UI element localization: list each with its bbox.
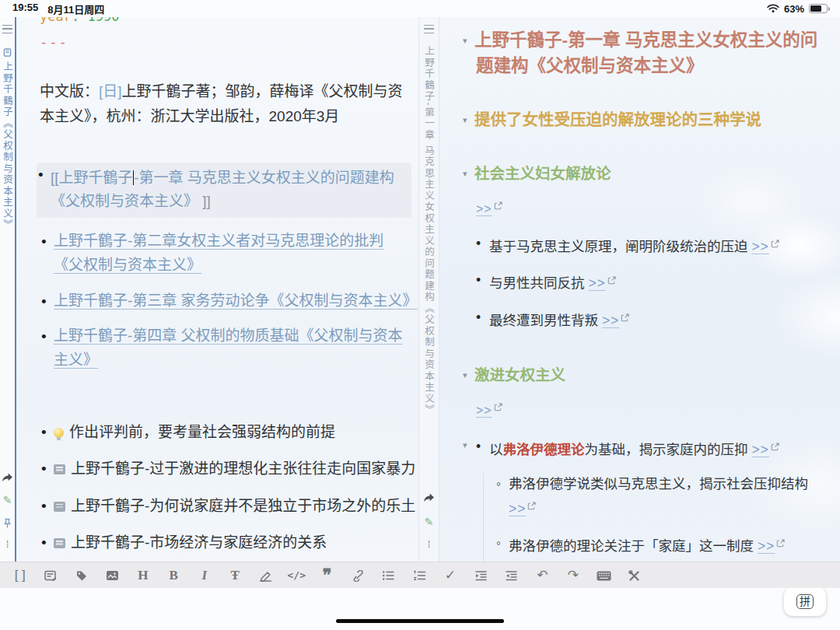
task-check-button[interactable]: ✓ bbox=[435, 562, 466, 589]
image-button[interactable] bbox=[97, 562, 128, 589]
redo-button[interactable]: ↷ bbox=[558, 562, 589, 589]
outline-bullets: 基于马克思主义原理，阐明阶级统治的压迫 >> 与男性共同反抗 >> 最终遭到男性… bbox=[476, 233, 826, 331]
chapter-link[interactable]: 上野千鶴子-第四章 父权制的物质基础《父权制与资本主义》 bbox=[54, 327, 403, 368]
outline-h2: ▾提供了女性受压迫的解放理论的三种学说 bbox=[463, 107, 826, 130]
note-doc-icon bbox=[54, 538, 65, 548]
external-link-icon bbox=[527, 498, 536, 513]
collapse-icon[interactable]: ▾ bbox=[463, 370, 474, 380]
note-doc-icon bbox=[54, 464, 65, 474]
ipad-screen: 19:55 8月11日周四 63% bbox=[0, 0, 840, 630]
undo-button[interactable]: ↶ bbox=[527, 562, 558, 589]
external-link-icon bbox=[776, 535, 785, 551]
share-icon[interactable] bbox=[423, 493, 435, 502]
block-ref-link[interactable]: >> bbox=[476, 404, 492, 417]
external-link-icon bbox=[771, 439, 779, 454]
heading-button[interactable]: H bbox=[128, 562, 159, 589]
block-ref-link[interactable]: >> bbox=[758, 538, 775, 554]
outline-sub-bullets: 弗洛伊德学说类似马克思主义，揭示社会压抑结构 >> 弗洛伊德的理论关注于「家庭」… bbox=[483, 473, 826, 562]
brackets-button[interactable]: [ ] bbox=[5, 562, 36, 589]
code-button[interactable]: </> bbox=[282, 562, 313, 589]
note-item: 上野千鶴子-过于激进的理想化主张往往走向国家暴力 bbox=[40, 457, 418, 481]
external-link-icon bbox=[494, 401, 502, 414]
chapter-link-list: [[上野千鶴子-第一章 马克思主义女权主义的问题建构《父权制与资本主义》 ]] … bbox=[40, 163, 411, 373]
note-link[interactable]: 作出评判前，要考量社会强弱结构的前提 bbox=[69, 424, 335, 440]
outline-bullet: 基于马克思主义原理，阐明阶级统治的压迫 >> bbox=[476, 233, 826, 257]
collapse-icon[interactable]: ▾ bbox=[463, 169, 474, 179]
block-ref-line: >> bbox=[476, 401, 826, 418]
edit-pencil-icon[interactable]: ✎ bbox=[425, 516, 434, 527]
chapter-item: 上野千鶴子-第三章 家务劳动论争《父权制与资本主义》 bbox=[40, 289, 411, 313]
editor-pane[interactable]: year: 1990 --- 中文版：[日]上野千鶴子著；邹韵，薛梅译《父权制与… bbox=[16, 17, 418, 562]
outline-bullet: 与男性共同反抗 >> bbox=[476, 270, 826, 294]
note-item: 上野千鶴子-市场经济与家庭经济的关系 bbox=[40, 531, 418, 555]
block-ref-link[interactable]: >> bbox=[476, 202, 492, 215]
outdent-button[interactable] bbox=[496, 562, 527, 589]
edit-pencil-icon[interactable]: ✎ bbox=[3, 495, 12, 506]
status-bar: 19:55 8月11日周四 63% bbox=[0, 0, 840, 17]
wifi-icon bbox=[767, 4, 779, 13]
more-options-icon[interactable]: ⁞ bbox=[428, 541, 431, 548]
external-link-icon bbox=[607, 272, 616, 288]
related-note-list: 作出评判前，要考量社会强弱结构的前提 上野千鶴子-过于激进的理想化主张往往走向国… bbox=[40, 421, 418, 562]
chapter-link[interactable]: 上野千鶴子-第三章 家务劳动论争《父权制与资本主义》 bbox=[54, 292, 418, 309]
more-options-icon[interactable]: ⁞ bbox=[6, 541, 9, 548]
note-link[interactable]: 上野千鶴子-为何说家庭并不是独立于市场之外的乐土 bbox=[71, 498, 415, 514]
bullet-list-button[interactable] bbox=[373, 562, 404, 589]
menu-icon[interactable] bbox=[424, 25, 434, 33]
tools-button[interactable] bbox=[619, 562, 650, 589]
frontmatter-separator: --- bbox=[40, 34, 401, 50]
pinyin-glyph: 拼 bbox=[796, 594, 814, 609]
outline-h3-radical: ▾激进女权主义 bbox=[463, 362, 826, 385]
note-doc-icon bbox=[54, 502, 65, 512]
chapter-item-selected[interactable]: [[上野千鶴子-第一章 马克思主义女权主义的问题建构《父权制与资本主义》 ]] bbox=[37, 163, 411, 219]
outline-sub-bullet: 弗洛伊德学说类似马克思主义，揭示社会压抑结构 >> bbox=[496, 473, 826, 520]
note-link[interactable]: 上野千鶴子-市场经济与家庭经济的关系 bbox=[71, 534, 327, 551]
outline-pane[interactable]: ▾上野千鶴子-第一章 马克思主义女权主义的问题建构《父权制与资本主义》 ▾提供了… bbox=[439, 17, 840, 562]
pinyin-keyboard-button[interactable]: 拼 bbox=[784, 587, 826, 616]
country-tag: [日] bbox=[99, 83, 122, 100]
italic-button[interactable]: I bbox=[189, 562, 220, 589]
link-button[interactable] bbox=[343, 562, 374, 589]
right-note-title[interactable]: 上野千鶴子-第一章 马克思主义女权主义的问题建构《父权制与资本主义》 bbox=[422, 46, 436, 411]
strikethrough-button[interactable]: Ŧ bbox=[220, 562, 251, 589]
menu-icon[interactable] bbox=[2, 25, 12, 33]
split-view: 上野千鶴子《父权制与资本主义》 ✎ ⁞ year: bbox=[0, 17, 840, 562]
keyboard-button[interactable] bbox=[589, 562, 620, 589]
chapter-item: 上野千鶴子-第四章 父权制的物质基础《父权制与资本主义》 bbox=[40, 324, 411, 373]
block-ref-link[interactable]: >> bbox=[588, 275, 605, 291]
collapse-icon[interactable]: ▾ bbox=[463, 35, 474, 47]
collapse-icon[interactable]: ▾ bbox=[463, 115, 474, 125]
battery-percent: 63% bbox=[784, 3, 804, 15]
note-item: 作出评判前，要考量社会强弱结构的前提 bbox=[40, 421, 418, 444]
share-icon[interactable] bbox=[2, 473, 13, 482]
note-link[interactable]: 上野千鶴子-过于激进的理想化主张往往走向国家暴力 bbox=[71, 460, 415, 477]
battery-icon bbox=[809, 4, 828, 13]
tag-button[interactable] bbox=[66, 562, 97, 589]
home-indicator[interactable] bbox=[336, 619, 504, 624]
note-item: 上野千鶴子-为何说家庭并不是独立于市场之外的乐土 bbox=[40, 495, 418, 518]
pin-icon[interactable] bbox=[2, 518, 12, 529]
indent-button[interactable] bbox=[466, 562, 497, 589]
bold-button[interactable]: B bbox=[159, 562, 190, 589]
external-link-icon bbox=[494, 199, 502, 212]
outline-bullet-freud: ▾以弗洛伊德理论为基础，揭示家庭内的压抑 >> bbox=[476, 436, 826, 460]
note-template-button[interactable] bbox=[36, 562, 67, 589]
outline-h3-socialist: ▾社会主义妇女解放论 bbox=[463, 161, 826, 184]
quote-button[interactable]: ❞ bbox=[312, 564, 343, 587]
highlighter-button[interactable] bbox=[250, 562, 282, 589]
bottom-bar: 拼 bbox=[0, 589, 840, 630]
collapse-icon[interactable]: ▾ bbox=[463, 439, 474, 452]
numbered-list-button[interactable] bbox=[404, 562, 436, 589]
outline-h1: ▾上野千鶴子-第一章 马克思主义女权主义的问题建构《父权制与资本主义》 bbox=[463, 28, 828, 79]
block-ref-link[interactable]: >> bbox=[751, 442, 768, 457]
chapter-link[interactable]: 上野千鶴子-第二章女权主义者对马克思理论的批判《父权制与资本主义》 bbox=[54, 233, 383, 273]
left-note-rail: 上野千鶴子《父权制与资本主义》 ✎ ⁞ bbox=[0, 17, 16, 562]
left-note-title[interactable]: 上野千鶴子《父权制与资本主义》 bbox=[0, 61, 15, 231]
date: 8月11日周四 bbox=[47, 2, 104, 16]
block-ref-link[interactable]: >> bbox=[602, 313, 619, 328]
frontmatter-year: year: 1990 bbox=[40, 17, 401, 24]
block-ref-link[interactable]: >> bbox=[751, 239, 768, 254]
block-ref-link[interactable]: >> bbox=[509, 501, 526, 516]
right-note-rail: 上野千鶴子-第一章 马克思主义女权主义的问题建构《父权制与资本主义》 ✎ ⁞ bbox=[418, 17, 439, 562]
book-citation: 中文版：[日]上野千鶴子著；邹韵，薛梅译《父权制与资本主义》，杭州：浙江大学出版… bbox=[40, 79, 405, 130]
